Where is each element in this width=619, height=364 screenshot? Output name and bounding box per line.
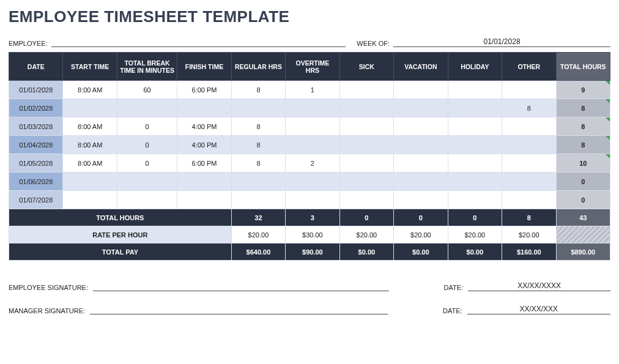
cell-finish[interactable] <box>177 191 231 209</box>
cell-vacation[interactable] <box>394 117 448 136</box>
rate-other[interactable]: $20.00 <box>502 226 556 243</box>
cell-sick[interactable] <box>339 191 393 209</box>
cell-holiday[interactable] <box>448 173 502 191</box>
cell-start[interactable]: 8:00 AM <box>63 136 117 154</box>
col-vacation: VACATION <box>394 53 448 81</box>
cell-break[interactable]: 0 <box>117 117 177 136</box>
cell-regular[interactable] <box>231 173 285 191</box>
week-of-label: WEEK OF: <box>357 40 390 47</box>
cell-holiday[interactable] <box>448 117 502 136</box>
cell-sick[interactable] <box>339 173 393 191</box>
cell-overtime[interactable] <box>286 136 339 154</box>
cell-holiday[interactable] <box>448 136 502 154</box>
employee-label: EMPLOYEE: <box>9 40 48 47</box>
pay-total: $890.00 <box>556 243 610 261</box>
employee-signature-date[interactable]: XX/XX/XXXX <box>468 281 610 291</box>
employee-value[interactable] <box>51 37 346 47</box>
cell-sick[interactable] <box>339 81 393 99</box>
cell-overtime[interactable] <box>286 117 339 136</box>
table-row: 01/06/20280 <box>9 173 610 191</box>
cell-start[interactable]: 8:00 AM <box>63 81 117 99</box>
rate-vacation[interactable]: $20.00 <box>394 226 448 243</box>
pay-holiday: $0.00 <box>448 243 502 261</box>
cell-regular[interactable]: 8 <box>231 136 285 154</box>
cell-other[interactable] <box>502 154 556 173</box>
cell-regular[interactable]: 8 <box>231 154 285 173</box>
emp-date-label: DATE: <box>444 284 464 291</box>
cell-vacation[interactable] <box>394 154 448 173</box>
cell-vacation[interactable] <box>394 136 448 154</box>
cell-total: 0 <box>556 191 610 209</box>
cell-other[interactable] <box>502 81 556 99</box>
cell-break[interactable] <box>117 173 177 191</box>
cell-other[interactable] <box>502 173 556 191</box>
cell-break[interactable]: 0 <box>117 154 177 173</box>
cell-sick[interactable] <box>339 136 393 154</box>
cell-vacation[interactable] <box>394 173 448 191</box>
cell-overtime[interactable] <box>286 173 339 191</box>
cell-regular[interactable] <box>231 99 285 117</box>
cell-date[interactable]: 01/05/2028 <box>9 154 63 173</box>
cell-break[interactable]: 0 <box>117 136 177 154</box>
cell-start[interactable] <box>63 191 117 209</box>
cell-date[interactable]: 01/02/2028 <box>9 99 63 117</box>
pay-sick: $0.00 <box>339 243 393 261</box>
manager-signature-line[interactable] <box>90 305 388 314</box>
cell-start[interactable] <box>63 99 117 117</box>
cell-holiday[interactable] <box>448 81 502 99</box>
cell-start[interactable]: 8:00 AM <box>63 154 117 173</box>
cell-holiday[interactable] <box>448 99 502 117</box>
cell-vacation[interactable] <box>394 191 448 209</box>
employee-signature-line[interactable] <box>93 281 389 291</box>
cell-finish[interactable] <box>177 99 231 117</box>
cell-total: 9 <box>556 81 610 99</box>
cell-break[interactable] <box>117 191 177 209</box>
cell-regular[interactable]: 8 <box>231 81 285 99</box>
cell-overtime[interactable]: 2 <box>286 154 339 173</box>
rate-regular[interactable]: $20.00 <box>231 226 285 243</box>
cell-finish[interactable]: 4:00 PM <box>177 117 231 136</box>
cell-break[interactable]: 60 <box>117 81 177 99</box>
cell-overtime[interactable]: 1 <box>286 81 339 99</box>
cell-finish[interactable]: 4:00 PM <box>177 136 231 154</box>
manager-signature-date[interactable]: XX/XX/XXX <box>467 305 610 314</box>
cell-start[interactable]: 8:00 AM <box>63 117 117 136</box>
cell-overtime[interactable] <box>286 99 339 117</box>
cell-break[interactable] <box>117 99 177 117</box>
cell-date[interactable]: 01/03/2028 <box>9 117 63 136</box>
week-of-value[interactable]: 01/01/2028 <box>393 37 610 47</box>
cell-date[interactable]: 01/04/2028 <box>9 136 63 154</box>
cell-vacation[interactable] <box>394 81 448 99</box>
cell-start[interactable] <box>63 173 117 191</box>
cell-date[interactable]: 01/01/2028 <box>9 81 63 99</box>
cell-other[interactable] <box>502 191 556 209</box>
cell-finish[interactable] <box>177 173 231 191</box>
cell-sick[interactable] <box>339 154 393 173</box>
cell-finish[interactable]: 6:00 PM <box>177 154 231 173</box>
cell-sick[interactable] <box>339 99 393 117</box>
cell-other[interactable]: 8 <box>502 99 556 117</box>
sum-sick-hours: 0 <box>339 209 393 226</box>
cell-date[interactable]: 01/07/2028 <box>9 191 63 209</box>
cell-total: 8 <box>556 136 610 154</box>
cell-regular[interactable]: 8 <box>231 117 285 136</box>
cell-finish[interactable]: 6:00 PM <box>177 81 231 99</box>
cell-holiday[interactable] <box>448 191 502 209</box>
table-row: 01/05/20288:00 AM06:00 PM8210 <box>9 154 610 173</box>
cell-sick[interactable] <box>339 117 393 136</box>
cell-other[interactable] <box>502 117 556 136</box>
rate-overtime[interactable]: $30.00 <box>286 226 339 243</box>
cell-holiday[interactable] <box>448 154 502 173</box>
rate-sick[interactable]: $20.00 <box>339 226 393 243</box>
cell-overtime[interactable] <box>286 191 339 209</box>
col-holiday: HOLIDAY <box>448 53 502 81</box>
cell-vacation[interactable] <box>394 99 448 117</box>
header-row: EMPLOYEE: WEEK OF: 01/01/2028 <box>9 37 610 47</box>
cell-date[interactable]: 01/06/2028 <box>9 173 63 191</box>
rate-holiday[interactable]: $20.00 <box>448 226 502 243</box>
cell-total: 0 <box>556 173 610 191</box>
cell-other[interactable] <box>502 136 556 154</box>
pay-vacation: $0.00 <box>394 243 448 261</box>
mgr-date-label: DATE: <box>443 307 462 314</box>
cell-regular[interactable] <box>231 191 285 209</box>
